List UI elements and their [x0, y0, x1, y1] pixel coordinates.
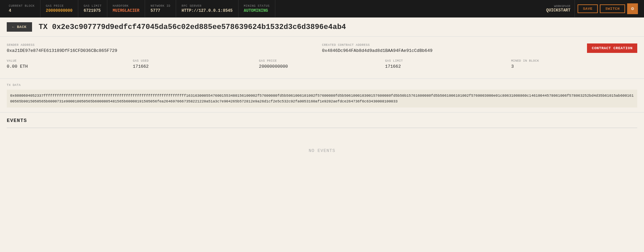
created-contract-value: 0x4846Dc964FAb8d4d9ad8d1BAA94FAe91cCdBb6…: [322, 48, 638, 53]
gas-limit-block: GAS LIMIT 171662: [385, 59, 511, 69]
switch-button[interactable]: SWITCH: [600, 4, 625, 13]
value-label: VALUE: [7, 59, 133, 63]
back-button[interactable]: ← BACK: [7, 22, 32, 32]
mined-in-block-block: MINED IN BLOCK 3: [511, 59, 637, 69]
created-contract-label: CREATED CONTRACT ADDRESS: [322, 43, 638, 47]
settings-button[interactable]: ⚙: [627, 3, 638, 14]
network-id-section: NETWORK ID 5777: [145, 0, 176, 17]
sender-created-row: SENDER ADDRESS 0xa21DE97e874FE613189DfF1…: [7, 43, 637, 53]
mined-in-block-label: MINED IN BLOCK: [511, 59, 637, 63]
mining-status-section: MINING STATUS AUTOMINING: [239, 0, 276, 17]
hardfork-label: HARDFORK: [113, 4, 139, 8]
current-block-label: CURRENT BLOCK: [9, 4, 35, 8]
rpc-server-value: HTTP://127.0.0.1:8545: [181, 8, 232, 13]
no-events-text: NO EVENTS: [7, 138, 637, 163]
value-value: 0.00 ETH: [7, 64, 133, 69]
txdata-section: TX DATA 0x6080604052337fffffffffffffffff…: [0, 79, 644, 113]
gas-limit-section: GAS LIMIT 6721975: [78, 0, 107, 17]
network-id-label: NETWORK ID: [150, 4, 170, 8]
workspace-label: WORKSPACE: [554, 5, 570, 8]
gas-used-value: 171662: [133, 64, 259, 69]
info-section: CONTRACT CREATION SENDER ADDRESS 0xa21DE…: [0, 37, 644, 79]
metrics-row: VALUE 0.00 ETH GAS USED 171662 GAS PRICE…: [7, 59, 637, 69]
gas-used-label: GAS USED: [133, 59, 259, 63]
mining-status-label: MINING STATUS: [244, 4, 270, 8]
gas-price-block: GAS PRICE 20000000000: [259, 59, 385, 69]
gas-price-detail-value: 20000000000: [259, 64, 385, 69]
created-contract-block: CREATED CONTRACT ADDRESS 0x4846Dc964FAb8…: [322, 43, 638, 53]
hardfork-section: HARDFORK MUIRGLACIER: [107, 0, 145, 17]
rpc-server-label: RPC SERVER: [181, 4, 232, 8]
gas-limit-label: GAS LIMIT: [84, 4, 102, 8]
main-content: ← BACK TX 0x2e3c907779d9edfcf47045da56c0…: [0, 18, 644, 252]
sender-block: SENDER ADDRESS 0xa21DE97e874FE613189DfF1…: [7, 43, 322, 53]
events-divider: [7, 128, 637, 128]
save-button[interactable]: SAVE: [578, 4, 598, 13]
gas-price-detail-label: GAS PRICE: [259, 59, 385, 63]
topbar: CURRENT BLOCK 4 GAS PRICE 20000000000 GA…: [0, 0, 644, 18]
workspace-value: QUICKSTART: [546, 8, 570, 13]
gas-limit-detail-label: GAS LIMIT: [385, 59, 511, 63]
txdata-value: 0x6080604052337fffffffffffffffffffffffff…: [7, 90, 637, 107]
backbar: ← BACK TX 0x2e3c907779d9edfcf47045da56c0…: [0, 18, 644, 37]
topbar-buttons: SAVE SWITCH ⚙: [575, 3, 641, 14]
gear-icon: ⚙: [631, 6, 634, 11]
gas-price-label: GAS PRICE: [46, 4, 73, 8]
value-block: VALUE 0.00 ETH: [7, 59, 133, 69]
mined-in-block-value: 3: [511, 64, 637, 69]
current-block-section: CURRENT BLOCK 4: [3, 0, 40, 17]
gas-price-value: 20000000000: [46, 8, 73, 13]
tx-hash: TX 0x2e3c907779d9edfcf47045da56c02ed885e…: [39, 23, 346, 31]
workspace-section: WORKSPACE QUICKSTART: [542, 0, 575, 17]
rpc-server-section: RPC SERVER HTTP://127.0.0.1:8545: [176, 0, 238, 17]
events-section: EVENTS NO EVENTS: [0, 113, 644, 169]
network-id-value: 5777: [150, 8, 170, 13]
gas-limit-detail-value: 171662: [385, 64, 511, 69]
hardfork-value: MUIRGLACIER: [113, 8, 139, 13]
sender-value: 0xa21DE97e874FE613189DfF16CFD036CBc865F7…: [7, 48, 322, 53]
current-block-value: 4: [9, 8, 35, 13]
gas-used-block: GAS USED 171662: [133, 59, 259, 69]
gas-price-section: GAS PRICE 20000000000: [40, 0, 78, 17]
sender-label: SENDER ADDRESS: [7, 43, 322, 47]
events-title: EVENTS: [7, 118, 637, 124]
txdata-label: TX DATA: [7, 84, 637, 87]
mining-status-value: AUTOMINING: [244, 8, 270, 13]
gas-limit-value: 6721975: [84, 8, 102, 13]
